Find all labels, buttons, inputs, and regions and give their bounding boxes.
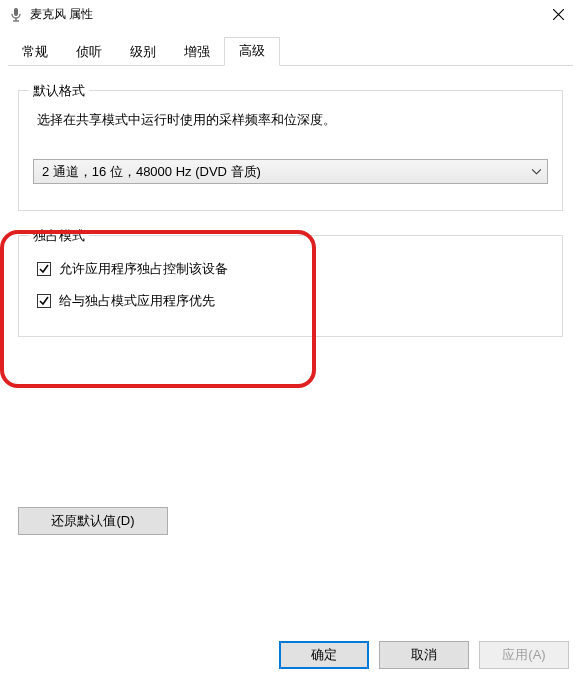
restore-defaults-button[interactable]: 还原默认值(D) [18, 507, 168, 535]
cancel-button[interactable]: 取消 [379, 641, 469, 669]
checkbox-label: 给与独占模式应用程序优先 [59, 292, 215, 310]
dialog-button-bar: 确定 取消 应用(A) [0, 631, 581, 679]
sample-format-dropdown[interactable]: 2 通道，16 位，48000 Hz (DVD 音质) [33, 159, 548, 184]
tab-general[interactable]: 常规 [8, 39, 62, 66]
tab-label: 常规 [22, 44, 48, 59]
tab-levels[interactable]: 级别 [116, 39, 170, 66]
tab-enhance[interactable]: 增强 [170, 39, 224, 66]
checkbox-label: 允许应用程序独占控制该设备 [59, 260, 228, 278]
checkbox-allow-exclusive[interactable]: 允许应用程序独占控制该设备 [37, 260, 548, 278]
checkbox-icon [37, 294, 51, 308]
chevron-down-icon [532, 169, 541, 175]
tab-label: 级别 [130, 44, 156, 59]
group-exclusive-mode: 独占模式 允许应用程序独占控制该设备 给与独占模式应用程序优先 [18, 235, 563, 337]
tab-advanced[interactable]: 高级 [224, 37, 280, 66]
checkbox-exclusive-priority[interactable]: 给与独占模式应用程序优先 [37, 292, 548, 310]
button-label: 确定 [311, 646, 337, 664]
ok-button[interactable]: 确定 [279, 641, 369, 669]
tab-panel-advanced: 默认格式 选择在共享模式中运行时使用的采样频率和位深度。 2 通道，16 位，4… [0, 66, 581, 337]
tab-label: 侦听 [76, 44, 102, 59]
microphone-icon [8, 7, 24, 23]
apply-button[interactable]: 应用(A) [479, 641, 569, 669]
default-format-description: 选择在共享模式中运行时使用的采样频率和位深度。 [37, 111, 548, 129]
button-label: 取消 [411, 646, 437, 664]
tab-label: 高级 [239, 43, 265, 58]
close-button[interactable] [535, 0, 581, 30]
titlebar: 麦克风 属性 [0, 0, 581, 30]
group-legend: 默认格式 [29, 82, 89, 100]
button-label: 还原默认值(D) [51, 512, 134, 530]
group-legend: 独占模式 [29, 227, 89, 245]
window-title: 麦克风 属性 [30, 6, 535, 23]
tab-listen[interactable]: 侦听 [62, 39, 116, 66]
tab-strip: 常规 侦听 级别 增强 高级 [0, 40, 581, 66]
button-label: 应用(A) [502, 646, 545, 664]
dropdown-value: 2 通道，16 位，48000 Hz (DVD 音质) [42, 163, 261, 181]
svg-rect-0 [14, 8, 18, 16]
tab-label: 增强 [184, 44, 210, 59]
restore-area: 还原默认值(D) [0, 507, 581, 535]
checkbox-icon [37, 262, 51, 276]
group-default-format: 默认格式 选择在共享模式中运行时使用的采样频率和位深度。 2 通道，16 位，4… [18, 90, 563, 211]
